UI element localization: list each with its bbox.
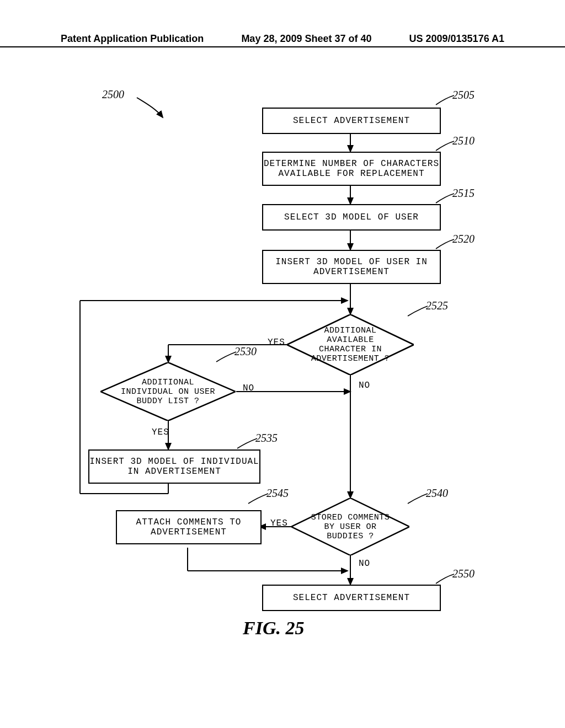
- label-2530-no: NO: [243, 383, 254, 393]
- ref-2520: 2520: [452, 233, 475, 245]
- diamond-2525: ADDITIONAL AVAILABLE CHARACTER IN ADVERT…: [287, 314, 414, 375]
- ref-2505: 2505: [452, 89, 475, 101]
- diamond-2525-text: ADDITIONAL AVAILABLE CHARACTER IN ADVERT…: [287, 314, 414, 375]
- label-2530-yes: YES: [152, 427, 169, 437]
- label-2525-yes: YES: [268, 338, 285, 347]
- ref-2540: 2540: [426, 487, 448, 500]
- page-header: Patent Application Publication May 28, 2…: [0, 46, 565, 60]
- box-2515: SELECT 3D MODEL OF USER: [262, 204, 441, 231]
- ref-2500: 2500: [102, 88, 124, 101]
- label-2540-yes: YES: [270, 518, 288, 528]
- box-2535: INSERT 3D MODEL OF INDIVIDUAL IN ADVERTI…: [88, 449, 260, 484]
- label-2540-no: NO: [359, 559, 370, 569]
- diamond-2530: ADDITIONAL INDIVIDUAL ON USER BUDDY LIST…: [100, 362, 236, 421]
- label-2525-no: NO: [359, 381, 370, 390]
- box-2505: SELECT ADVERTISEMENT: [262, 108, 441, 134]
- box-2545: ATTACH COMMENTS TO ADVERTISEMENT: [116, 510, 262, 544]
- figure-caption: FIG. 25: [243, 618, 304, 639]
- diamond-2540: STORED COMMENTS BY USER OR BUDDIES ?: [291, 498, 409, 555]
- ref-2535: 2535: [255, 432, 278, 445]
- box-2520: INSERT 3D MODEL OF USER IN ADVERTISEMENT: [262, 250, 441, 284]
- ref-2530: 2530: [234, 345, 257, 358]
- diamond-2540-text: STORED COMMENTS BY USER OR BUDDIES ?: [291, 498, 409, 555]
- flowchart-diagram: 2500 SELECT ADVERTISEMENT 2505 DETERMINE…: [50, 74, 508, 681]
- ref-2550: 2550: [452, 568, 475, 580]
- diamond-2530-text: ADDITIONAL INDIVIDUAL ON USER BUDDY LIST…: [100, 362, 236, 421]
- header-right: US 2009/0135176 A1: [409, 33, 504, 45]
- ref-2545: 2545: [266, 487, 289, 500]
- ref-2510: 2510: [452, 135, 475, 147]
- box-2510: DETERMINE NUMBER OF CHARACTERS AVAILABLE…: [262, 152, 441, 186]
- header-left: Patent Application Publication: [61, 33, 204, 45]
- box-2550: SELECT ADVERTISEMENT: [262, 585, 441, 611]
- ref-2525: 2525: [426, 299, 448, 312]
- header-center: May 28, 2009 Sheet 37 of 40: [241, 33, 371, 45]
- ref-2515: 2515: [452, 187, 475, 200]
